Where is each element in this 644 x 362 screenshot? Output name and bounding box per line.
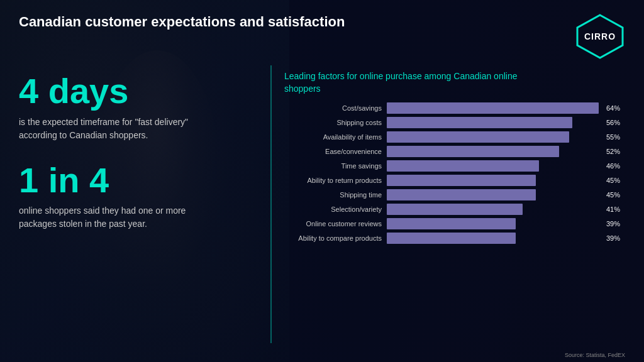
bar-label: Availability of items bbox=[284, 133, 382, 141]
left-panel: 4 days is the expected timeframe for "fa… bbox=[19, 65, 258, 343]
bar-value: 55% bbox=[606, 133, 625, 141]
stat-desc-1: is the expected timeframe for "fast deli… bbox=[19, 116, 208, 142]
bar-label: Selection/variety bbox=[284, 206, 382, 213]
bar-value: 52% bbox=[606, 148, 625, 155]
stat-block-1: 4 days is the expected timeframe for "fa… bbox=[19, 72, 258, 142]
bar-fill bbox=[387, 175, 536, 186]
bar-fill bbox=[387, 233, 516, 244]
bar-row: Shipping costs56% bbox=[284, 117, 625, 128]
bar-track bbox=[387, 204, 599, 215]
bar-track bbox=[387, 175, 599, 186]
chart-title: Leading factors for online purchase amon… bbox=[284, 70, 523, 95]
header: Canadian customer expectations and satis… bbox=[0, 0, 644, 65]
bar-fill bbox=[387, 102, 599, 114]
bar-track bbox=[387, 131, 599, 143]
bar-track bbox=[387, 102, 599, 114]
page-title: Canadian customer expectations and satis… bbox=[19, 14, 345, 30]
logo: CIRRO bbox=[575, 14, 625, 59]
bar-row: Online customer reviews39% bbox=[284, 218, 625, 229]
bar-value: 39% bbox=[606, 234, 625, 242]
bar-value: 39% bbox=[606, 220, 625, 228]
bar-label: Shipping time bbox=[284, 191, 382, 199]
stat-value-2: 1 in 4 bbox=[19, 161, 258, 200]
bar-value: 41% bbox=[606, 206, 625, 213]
bar-label: Ability to return products bbox=[284, 177, 382, 184]
stat-desc-2: online shoppers said they had one or mor… bbox=[19, 204, 208, 231]
bar-value: 56% bbox=[606, 119, 625, 126]
bar-label: Shipping costs bbox=[284, 119, 382, 126]
bar-fill bbox=[387, 160, 539, 172]
bar-value: 64% bbox=[606, 104, 625, 112]
bar-fill bbox=[387, 117, 572, 128]
stat-value-1: 4 days bbox=[19, 72, 258, 111]
bar-fill bbox=[387, 218, 516, 229]
bar-row: Ease/convenience52% bbox=[284, 146, 625, 157]
bar-label: Ease/convenience bbox=[284, 148, 382, 155]
bar-track bbox=[387, 146, 599, 157]
chart-area: Cost/savings64%Shipping costs56%Availabi… bbox=[284, 102, 625, 244]
vertical-divider bbox=[270, 65, 272, 343]
main-content: 4 days is the expected timeframe for "fa… bbox=[0, 65, 644, 349]
logo-text: CIRRO bbox=[584, 31, 616, 41]
stat-block-2: 1 in 4 online shoppers said they had one… bbox=[19, 161, 258, 231]
bar-row: Ability to compare products39% bbox=[284, 233, 625, 244]
bar-fill bbox=[387, 204, 523, 215]
bar-label: Online customer reviews bbox=[284, 220, 382, 228]
bar-track bbox=[387, 117, 599, 128]
bar-row: Cost/savings64% bbox=[284, 102, 625, 114]
bar-row: Ability to return products45% bbox=[284, 175, 625, 186]
page-content: Canadian customer expectations and satis… bbox=[0, 0, 644, 362]
bar-value: 46% bbox=[606, 162, 625, 170]
bar-label: Ability to compare products bbox=[284, 234, 382, 242]
logo-hex: CIRRO bbox=[575, 14, 625, 59]
bar-track bbox=[387, 233, 599, 244]
bar-track bbox=[387, 218, 599, 229]
bar-row: Selection/variety41% bbox=[284, 204, 625, 215]
bar-row: Availability of items55% bbox=[284, 131, 625, 143]
bar-value: 45% bbox=[606, 191, 625, 199]
bar-track bbox=[387, 189, 599, 200]
bar-row: Shipping time45% bbox=[284, 189, 625, 200]
bar-label: Time savings bbox=[284, 162, 382, 170]
bar-track bbox=[387, 160, 599, 172]
chart-panel: Leading factors for online purchase amon… bbox=[284, 65, 625, 343]
bar-label: Cost/savings bbox=[284, 104, 382, 112]
source-text: Source: Statista, FedEX bbox=[0, 349, 644, 362]
bar-row: Time savings46% bbox=[284, 160, 625, 172]
bar-value: 45% bbox=[606, 177, 625, 184]
bar-fill bbox=[387, 146, 559, 157]
bar-fill bbox=[387, 189, 536, 200]
bar-fill bbox=[387, 131, 569, 143]
